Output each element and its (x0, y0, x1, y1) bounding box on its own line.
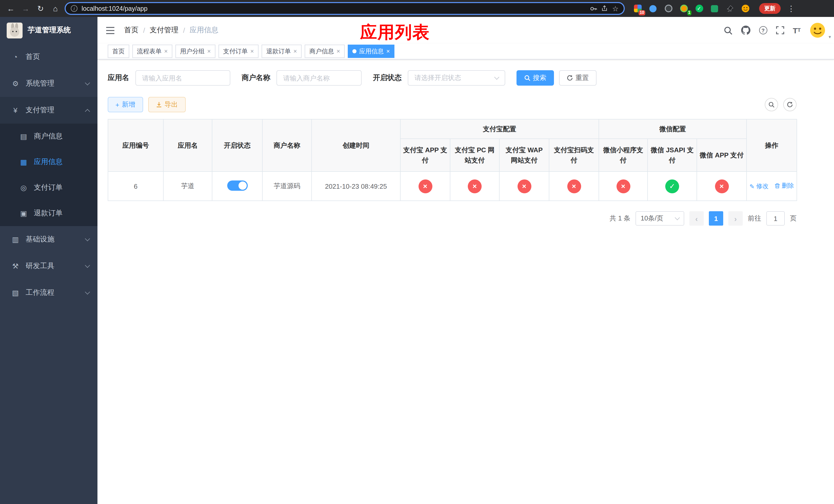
cell-created: 2021-10-23 08:49:25 (312, 171, 400, 201)
browser-menu-icon[interactable]: ⋮ (787, 4, 795, 13)
reset-button[interactable]: 重置 (559, 70, 596, 86)
edit-link[interactable]: ✎修改 (749, 182, 768, 191)
add-button[interactable]: + 新增 (108, 97, 143, 112)
goto-unit: 页 (790, 214, 796, 223)
sidebar-logo: 芋道管理系统 (0, 17, 97, 44)
next-page-button[interactable]: › (728, 211, 743, 226)
refund-icon: ▣ (19, 209, 29, 217)
screen: ← → ↻ ⌂ i localhost:1024/pay/app ☆ 10 (0, 0, 834, 504)
sidebar-item-label: 首页 (26, 52, 40, 62)
trash-icon (774, 183, 780, 189)
emoji-face-icon[interactable] (740, 3, 750, 14)
sidebar: 芋道管理系统 ◔ 首页 ⚙ 系统管理 ¥ 支付管理 ▤ 商户信息 ▦ 应用信息 (0, 17, 97, 504)
browser-forward-icon[interactable]: → (20, 3, 31, 14)
app-name-input[interactable] (135, 70, 230, 86)
tab-close-icon[interactable]: × (250, 48, 254, 55)
extension-green-square-icon[interactable] (709, 3, 720, 14)
cell-actions: ✎修改 删除 (747, 171, 797, 201)
tab-close-icon[interactable]: × (207, 48, 211, 55)
active-dot (352, 49, 356, 53)
page-size-select[interactable]: 10条/页 (636, 211, 684, 226)
tab-close-icon[interactable]: × (336, 48, 340, 55)
toggle-search-icon[interactable] (765, 98, 778, 111)
export-button[interactable]: 导出 (148, 97, 185, 112)
sidebar-item-infrastructure[interactable]: ▥ 基础设施 (0, 226, 97, 253)
password-key-icon[interactable] (590, 5, 597, 12)
pagination: 共 1 条 10条/页 ‹ 1 › 前往 页 (108, 211, 796, 226)
font-size-icon[interactable]: TT (793, 26, 801, 34)
sidebar-item-merchant-info[interactable]: ▤ 商户信息 (0, 123, 97, 149)
tab-pay-orders[interactable]: 支付订单 × (219, 45, 259, 58)
site-info-icon[interactable]: i (71, 5, 78, 12)
extension-messages-icon[interactable]: 1 (679, 3, 689, 14)
refresh-icon[interactable] (783, 98, 796, 111)
grid-icon: ▦ (19, 158, 29, 166)
status-toggle[interactable] (227, 180, 247, 190)
tab-label: 流程表单 (137, 47, 161, 55)
content: 应用名 商户名称 开启状态 请选择开启状态 搜索 (108, 70, 796, 226)
prev-page-button[interactable]: ‹ (689, 211, 704, 226)
sidebar-item-pay-orders[interactable]: ◎ 支付订单 (0, 175, 97, 201)
breadcrumb-home[interactable]: 首页 (124, 26, 138, 35)
extension-green-check-icon[interactable]: ✓ (694, 3, 704, 14)
sidebar-item-dev-tools[interactable]: ⚒ 研发工具 (0, 253, 97, 279)
search-button[interactable]: 搜索 (517, 70, 554, 86)
sidebar-item-home[interactable]: ◔ 首页 (0, 44, 97, 70)
tab-close-icon[interactable]: × (293, 48, 297, 55)
sidebar-item-app-info[interactable]: ▦ 应用信息 (0, 149, 97, 175)
breadcrumb-separator: / (183, 26, 185, 35)
sidebar-item-refund-orders[interactable]: ▣ 退款订单 (0, 201, 97, 226)
tools-icon: ⚒ (10, 262, 21, 270)
breadcrumb-current: 应用信息 (190, 26, 219, 35)
chevron-down-icon (85, 80, 90, 85)
tab-refund-orders[interactable]: 退款订单 × (262, 45, 302, 58)
status-select-placeholder: 请选择开启状态 (414, 73, 461, 83)
add-button-label: 新增 (122, 100, 135, 109)
cell-wechat-app: × (697, 171, 747, 201)
delete-link[interactable]: 删除 (774, 182, 794, 190)
chevron-down-icon (675, 215, 680, 220)
bookmark-star-icon[interactable]: ☆ (612, 4, 619, 13)
extension-puzzle-icon[interactable]: 10 (632, 3, 643, 14)
sidebar-item-workflow[interactable]: ▧ 工作流程 (0, 279, 97, 306)
browser-reload-icon[interactable]: ↻ (35, 3, 46, 14)
tab-user-group[interactable]: 用户分组 × (175, 45, 215, 58)
browser-home-icon[interactable]: ⌂ (50, 3, 61, 14)
tab-label: 支付订单 (223, 47, 248, 55)
github-icon[interactable] (741, 26, 750, 35)
table-toolbar: + 新增 导出 (108, 97, 796, 112)
tab-merchant-info[interactable]: 商户信息 × (305, 45, 345, 58)
search-icon[interactable] (723, 26, 732, 35)
tab-home[interactable]: 首页 (108, 45, 129, 58)
sidebar-item-label: 研发工具 (26, 261, 54, 271)
status-select[interactable]: 请选择开启状态 (408, 70, 505, 86)
goto-page-input[interactable] (766, 211, 785, 226)
help-icon[interactable]: ? (759, 26, 767, 35)
merchant-name-input[interactable] (277, 70, 361, 86)
tab-process-form[interactable]: 流程表单 × (132, 45, 172, 58)
tab-close-icon[interactable]: × (164, 48, 168, 55)
extension-dark-icon[interactable] (663, 3, 674, 14)
browser-back-icon[interactable]: ← (5, 3, 16, 14)
col-header-actions: 操作 (747, 119, 797, 171)
fail-icon: × (418, 179, 432, 193)
page-1-button[interactable]: 1 (709, 211, 723, 226)
toolbar-utilities (765, 98, 796, 111)
gear-icon: ⚙ (10, 79, 21, 88)
browser-update-button[interactable]: 更新 (759, 3, 781, 14)
hamburger-icon[interactable] (106, 26, 115, 34)
share-icon[interactable] (601, 5, 608, 12)
sidebar-item-payment[interactable]: ¥ 支付管理 (0, 97, 97, 123)
breadcrumb-payment[interactable]: 支付管理 (150, 26, 178, 35)
caret-down-icon: ▾ (829, 35, 831, 40)
tab-app-info[interactable]: 应用信息 × (348, 45, 394, 58)
fullscreen-icon[interactable] (776, 26, 784, 35)
sidebar-item-system[interactable]: ⚙ 系统管理 (0, 70, 97, 97)
tab-close-icon[interactable]: × (386, 48, 390, 55)
chevron-down-icon (85, 263, 90, 268)
pin-icon[interactable] (725, 3, 735, 14)
sidebar-item-label: 商户信息 (34, 132, 63, 141)
extension-blue-icon[interactable] (648, 3, 658, 14)
address-bar[interactable]: i localhost:1024/pay/app ☆ (65, 2, 625, 15)
user-avatar[interactable]: ▾ (809, 22, 826, 39)
